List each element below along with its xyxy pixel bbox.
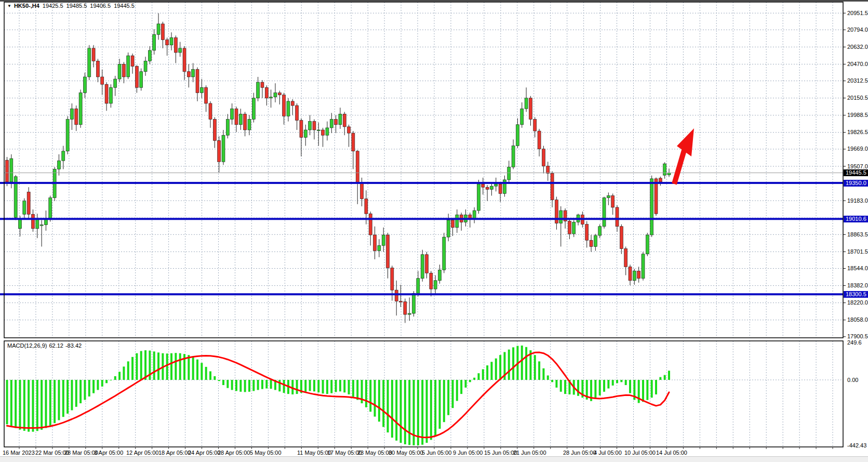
bull-candle	[477, 184, 480, 210]
bear-candle	[533, 120, 537, 131]
bull-candle	[508, 167, 511, 179]
bull-candle	[170, 37, 173, 45]
macd-bar	[525, 347, 527, 380]
bear-candle	[399, 301, 403, 302]
macd-bar	[296, 380, 298, 394]
bull-candle	[109, 87, 112, 103]
macd-bar	[469, 380, 471, 382]
macd-bar	[41, 380, 43, 430]
bull-candle	[516, 125, 519, 146]
bull-candle	[88, 48, 91, 77]
macd-bar	[642, 380, 644, 402]
bull-candle	[421, 255, 424, 279]
bull-candle	[66, 120, 69, 151]
bull-candle	[248, 120, 251, 130]
macd-bar	[521, 346, 523, 380]
bull-candle	[57, 161, 60, 169]
macd-bar	[434, 380, 436, 436]
bull-candle	[503, 180, 506, 194]
macd-bar	[356, 380, 358, 400]
level-price-tag[interactable]: 18300.5	[844, 291, 868, 298]
bear-candle	[430, 273, 433, 289]
macd-panel-border	[4, 341, 843, 447]
macd-bar	[270, 380, 272, 389]
time-axis-label: 17 May 05:00	[327, 450, 362, 456]
bull-candle	[222, 135, 225, 162]
bear-candle	[135, 67, 138, 88]
bull-candle	[572, 222, 576, 234]
macd-bar	[313, 380, 315, 391]
bull-candle	[473, 210, 476, 219]
chart-window: ▼HK50-,H419425.519485.519406.519445.5 MA…	[0, 0, 868, 462]
macd-bar	[62, 380, 64, 417]
time-axis-label: 5 May 05:00	[250, 450, 282, 456]
macd-bar	[646, 380, 648, 400]
bull-candle	[650, 179, 653, 235]
bear-candle	[352, 133, 355, 151]
macd-bar	[512, 347, 514, 380]
macd-bar	[547, 375, 549, 380]
bear-candle	[482, 184, 485, 187]
macd-bar	[451, 380, 453, 408]
bull-candle	[114, 79, 117, 87]
price-axis-label: 18058.0	[847, 316, 868, 323]
price-axis-label: 19826.5	[847, 129, 868, 136]
bear-candle	[296, 105, 299, 121]
bear-candle	[6, 160, 9, 182]
bull-candle	[447, 220, 450, 237]
bear-candle	[590, 240, 593, 246]
bull-candle	[438, 270, 442, 280]
bull-candle	[525, 98, 528, 109]
macd-bar	[464, 380, 466, 388]
bull-candle	[309, 122, 312, 130]
macd-bar	[564, 380, 566, 394]
macd-bar	[58, 380, 60, 420]
macd-bar	[140, 351, 142, 380]
bull-candle	[607, 196, 610, 198]
bear-candle	[92, 48, 95, 61]
bull-candle	[520, 109, 524, 125]
bull-candle	[153, 34, 156, 50]
bear-candle	[425, 255, 429, 273]
bear-candle	[75, 109, 78, 125]
macd-bar	[348, 380, 350, 394]
bull-candle	[603, 198, 606, 227]
bear-candle	[101, 77, 104, 84]
macd-bar	[196, 360, 198, 380]
bear-candle	[360, 183, 364, 199]
macd-bar	[226, 380, 229, 388]
macd-bar	[6, 380, 8, 424]
macd-indicator-label: MACD(12,26,9)62.12-83.42	[7, 342, 84, 349]
bull-candle	[456, 215, 459, 227]
bear-candle	[637, 271, 640, 278]
level-price-tag[interactable]: 19350.0	[844, 180, 868, 187]
trend-arrow-annotation[interactable]	[674, 128, 694, 184]
bear-candle	[105, 84, 108, 103]
bear-candle	[122, 64, 125, 76]
bear-candle	[174, 37, 177, 52]
macd-bar	[222, 380, 224, 385]
macd-bar	[443, 380, 445, 422]
bull-candle	[62, 151, 65, 161]
macd-bar	[201, 363, 203, 380]
bull-candle	[646, 235, 649, 254]
time-axis-label: 4 Jul 05:00	[594, 450, 622, 456]
macd-bar	[36, 380, 38, 431]
bear-candle	[213, 120, 216, 141]
level-price-tag[interactable]: 19010.6	[844, 216, 868, 222]
collapse-triangle-icon[interactable]: ▼	[7, 4, 11, 8]
macd-signal-value: -83.42	[65, 342, 82, 349]
macd-bar	[477, 373, 479, 380]
window-bottom-strip	[0, 456, 868, 462]
macd-bar	[599, 380, 601, 395]
macd-bar	[400, 380, 402, 443]
macd-bar	[607, 380, 609, 389]
bear-candle	[373, 235, 377, 251]
macd-bar	[408, 380, 410, 445]
macd-bar	[170, 353, 172, 380]
bear-candle	[538, 131, 541, 149]
macd-bar	[144, 350, 146, 380]
macd-bar	[365, 380, 367, 407]
bear-candle	[31, 214, 34, 229]
chart-canvas[interactable]	[0, 0, 868, 462]
